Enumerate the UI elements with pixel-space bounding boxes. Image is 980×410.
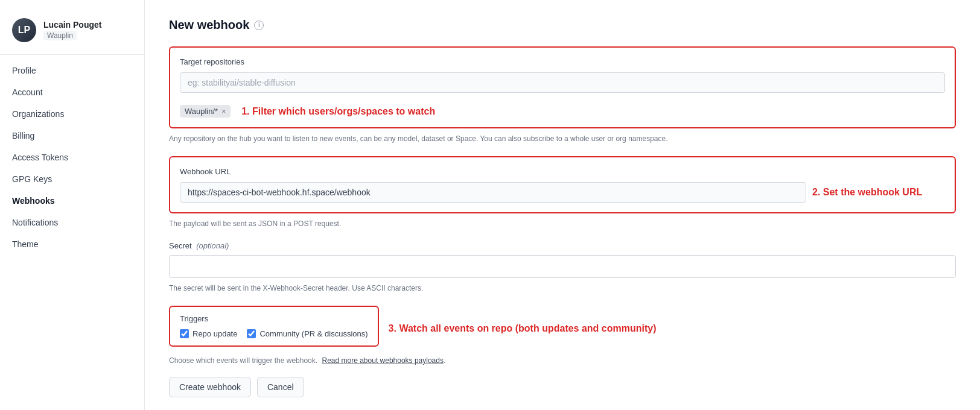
- sidebar-item-profile[interactable]: Profile: [0, 60, 144, 81]
- community-checkbox[interactable]: [247, 329, 256, 338]
- sidebar-item-gpg-keys[interactable]: GPG Keys: [0, 168, 144, 190]
- target-repos-input[interactable]: [180, 72, 945, 93]
- target-repos-label: Target repositories: [180, 57, 945, 66]
- user-name: Lucain Pouget: [43, 20, 101, 30]
- repo-update-label: Repo update: [192, 329, 237, 338]
- triggers-annotation: 3. Watch all events on repo (both update…: [389, 323, 657, 334]
- target-repos-section: Target repositories Wauplin/* × 1. Filte…: [169, 46, 956, 144]
- triggers-section: Triggers Repo update Community (PR & dis…: [169, 306, 956, 365]
- repo-update-checkbox[interactable]: [180, 329, 189, 338]
- sidebar-navigation: Profile Account Organizations Billing Ac…: [0, 60, 144, 255]
- wauplin-tag: Wauplin/* ×: [180, 105, 231, 118]
- secret-input[interactable]: [169, 255, 956, 278]
- sidebar: LP Lucain Pouget Wauplin Profile Account…: [0, 0, 145, 410]
- sidebar-link-access-tokens[interactable]: Access Tokens: [0, 147, 144, 168]
- secret-optional-text: (optional): [196, 241, 229, 250]
- webhook-url-hint: The payload will be sent as JSON in a PO…: [169, 218, 956, 229]
- sidebar-link-theme[interactable]: Theme: [0, 233, 144, 255]
- sidebar-item-webhooks[interactable]: Webhooks: [0, 190, 144, 212]
- secret-label-text: Secret: [169, 241, 192, 250]
- sidebar-link-gpg-keys[interactable]: GPG Keys: [0, 168, 144, 190]
- form-buttons: Create webhook Cancel: [169, 377, 956, 397]
- sidebar-link-notifications[interactable]: Notifications: [0, 212, 144, 233]
- choose-hint: Choose which events will trigger the web…: [169, 356, 956, 365]
- sidebar-item-theme[interactable]: Theme: [0, 233, 144, 255]
- webhook-url-input-row: 2. Set the webhook URL: [180, 182, 945, 203]
- sidebar-item-access-tokens[interactable]: Access Tokens: [0, 147, 144, 168]
- choose-hint-text: Choose which events will trigger the web…: [169, 356, 317, 365]
- secret-hint: The secret will be sent in the X-Webhook…: [169, 283, 956, 294]
- tag-close-icon[interactable]: ×: [221, 107, 226, 116]
- user-info: Lucain Pouget Wauplin: [43, 20, 101, 40]
- target-repos-input-row: [180, 72, 945, 99]
- sidebar-item-billing[interactable]: Billing: [0, 125, 144, 147]
- webhook-url-input[interactable]: [180, 182, 806, 203]
- checkbox-repo-update[interactable]: Repo update: [180, 329, 237, 338]
- webhook-url-section: Webhook URL 2. Set the webhook URL The p…: [169, 156, 956, 229]
- sidebar-link-webhooks[interactable]: Webhooks: [0, 190, 144, 212]
- community-label: Community (PR & discussions): [259, 329, 368, 338]
- sidebar-link-billing[interactable]: Billing: [0, 125, 144, 147]
- cancel-button[interactable]: Cancel: [257, 377, 304, 397]
- target-repos-hint: Any repository on the hub you want to li…: [169, 133, 956, 144]
- user-handle: Wauplin: [43, 31, 77, 40]
- info-icon[interactable]: i: [254, 20, 264, 30]
- triggers-wrapper: Triggers Repo update Community (PR & dis…: [169, 306, 956, 352]
- checkboxes-row: Repo update Community (PR & discussions): [180, 329, 368, 338]
- tag-row: Wauplin/* × 1. Filter which users/orgs/s…: [180, 105, 945, 118]
- secret-section: Secret (optional) The secret will be sen…: [169, 241, 956, 294]
- page-title: New webhook: [169, 18, 249, 32]
- sidebar-item-account[interactable]: Account: [0, 81, 144, 103]
- sidebar-link-organizations[interactable]: Organizations: [0, 103, 144, 125]
- target-repos-box: Target repositories Wauplin/* × 1. Filte…: [169, 46, 956, 128]
- sidebar-item-organizations[interactable]: Organizations: [0, 103, 144, 125]
- triggers-label: Triggers: [180, 314, 368, 323]
- webhook-url-box: Webhook URL 2. Set the webhook URL: [169, 156, 956, 213]
- sidebar-link-profile[interactable]: Profile: [0, 60, 144, 81]
- avatar: LP: [12, 18, 36, 42]
- user-profile: LP Lucain Pouget Wauplin: [0, 12, 144, 55]
- sidebar-item-notifications[interactable]: Notifications: [0, 212, 144, 233]
- checkbox-community[interactable]: Community (PR & discussions): [247, 329, 368, 338]
- tag-label: Wauplin/*: [185, 107, 218, 116]
- target-repos-annotation: 1. Filter which users/orgs/spaces to wat…: [241, 106, 435, 117]
- secret-label: Secret (optional): [169, 241, 956, 250]
- webhook-url-label: Webhook URL: [180, 167, 945, 176]
- sidebar-link-account[interactable]: Account: [0, 81, 144, 103]
- read-more-link[interactable]: Read more about webhooks payloads: [322, 356, 443, 365]
- page-title-row: New webhook i: [169, 18, 956, 32]
- create-webhook-button[interactable]: Create webhook: [169, 377, 251, 397]
- webhook-url-annotation: 2. Set the webhook URL: [812, 187, 945, 198]
- triggers-box: Triggers Repo update Community (PR & dis…: [169, 306, 379, 347]
- main-content: New webhook i Target repositories Waupli…: [145, 0, 980, 410]
